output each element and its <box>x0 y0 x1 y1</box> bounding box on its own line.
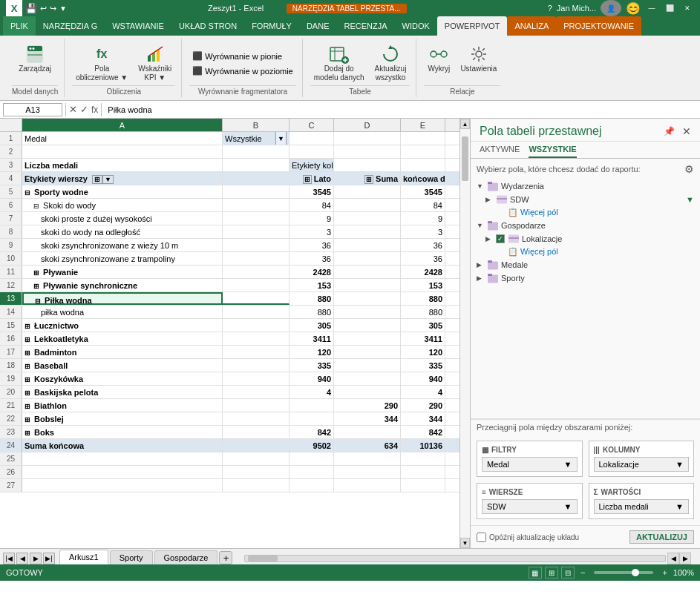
cell-B26[interactable] <box>223 466 290 478</box>
cell-E1[interactable] <box>401 132 445 145</box>
cell-E18[interactable]: 335 <box>401 359 445 372</box>
col-header-B[interactable]: B <box>223 119 290 131</box>
cell-C18[interactable]: 335 <box>290 359 334 372</box>
cell-B11[interactable] <box>223 266 290 278</box>
cell-C23[interactable]: 842 <box>290 426 334 438</box>
cell-B24[interactable] <box>223 439 290 452</box>
cell-D19[interactable] <box>334 372 401 385</box>
tab-wstawianie[interactable]: WSTAWIANIE <box>105 16 171 36</box>
tree-item-medale[interactable]: ▶ Medale <box>471 258 700 271</box>
drop-zone-wiersze-field[interactable]: SDW ▼ <box>482 499 578 514</box>
filtry-dropdown-arrow[interactable]: ▼ <box>564 460 572 469</box>
sheet-tab-gospodarze[interactable]: Gospodarze <box>154 550 218 564</box>
cell-C4[interactable]: ⊞ Lato <box>290 172 334 185</box>
cell-C7[interactable]: 9 <box>290 212 334 225</box>
col-header-D[interactable]: D <box>334 119 401 131</box>
cell-C13[interactable]: 880 <box>290 292 334 305</box>
col-header-C[interactable]: C <box>290 119 334 131</box>
btn-aktualizuj-wszystko[interactable]: Aktualizujwszystko <box>371 42 410 85</box>
btn-wyrownanie-pionie[interactable]: ⬛ Wyrównanie w pionie <box>189 50 285 62</box>
cell-D11[interactable] <box>334 266 401 278</box>
cell-B1[interactable]: Wszystkie ▼ <box>223 132 290 145</box>
cell-D7[interactable] <box>334 212 401 225</box>
cell-A17[interactable]: ⊞ Badminton <box>22 346 223 358</box>
col-header-A[interactable]: A <box>22 119 223 131</box>
tab-powerpivot[interactable]: POWERPIVOT <box>437 16 508 36</box>
cell-E11[interactable]: 2428 <box>401 266 445 278</box>
cell-B27[interactable] <box>223 479 290 492</box>
scroll-left-btn[interactable]: ◀ <box>667 553 679 564</box>
cell-C6[interactable]: 84 <box>290 199 334 211</box>
cell-E4[interactable]: końcowa dla <box>401 172 445 185</box>
cell-E17[interactable]: 120 <box>401 346 445 358</box>
scroll-thumb[interactable] <box>462 136 468 181</box>
panel-tab-wszystkie[interactable]: WSZYSTKIE <box>529 142 576 158</box>
btn-ustawienia[interactable]: Ustawienia <box>457 42 500 76</box>
cell-E27[interactable] <box>401 479 445 492</box>
cell-reference-input[interactable] <box>3 103 62 116</box>
cell-B5[interactable] <box>223 185 290 198</box>
cell-D6[interactable] <box>334 199 401 211</box>
cell-D2[interactable] <box>334 145 401 158</box>
formula-input[interactable]: Piłka wodna <box>105 104 697 116</box>
cell-C12[interactable]: 153 <box>290 279 334 291</box>
sheet-nav-first[interactable]: |◀ <box>3 553 15 564</box>
cell-B22[interactable] <box>223 412 290 425</box>
cell-B21[interactable] <box>223 399 290 412</box>
normal-view-btn[interactable]: ▦ <box>529 567 542 579</box>
cell-D18[interactable] <box>334 359 401 372</box>
cell-B9[interactable] <box>223 239 290 251</box>
cell-D21[interactable]: 290 <box>334 399 401 412</box>
cell-A18[interactable]: ⊞ Baseball <box>22 359 223 372</box>
cell-E15[interactable]: 305 <box>401 319 445 332</box>
cell-E13[interactable]: 880 <box>401 292 445 305</box>
cell-A27[interactable] <box>22 479 223 492</box>
btn-wskazniki-kpi[interactable]: WskaźnikiKPI ▼ <box>134 42 175 85</box>
cell-C10[interactable]: 36 <box>290 252 334 265</box>
sheet-nav-next[interactable]: ▶ <box>30 553 42 564</box>
cell-C22[interactable] <box>290 412 334 425</box>
quick-access-redo[interactable]: ↪ <box>50 4 56 13</box>
cell-B15[interactable] <box>223 319 290 332</box>
cell-E25[interactable] <box>401 452 445 465</box>
cell-A11[interactable]: ⊞ Pływanie <box>22 266 223 278</box>
col-header-E[interactable]: E <box>401 119 445 131</box>
cell-B2[interactable] <box>223 145 290 158</box>
help-btn[interactable]: ? <box>548 4 552 13</box>
cell-D16[interactable] <box>334 332 401 345</box>
sheet-nav-prev[interactable]: ◀ <box>16 553 28 564</box>
cell-A7[interactable]: skoki proste z dużej wysokości <box>22 212 223 225</box>
scroll-down-btn[interactable]: ▼ <box>460 538 470 548</box>
cell-A6[interactable]: ⊟ Skoki do wody <box>22 199 223 211</box>
tree-item-sdw[interactable]: ▶ SDW ▼ <box>471 193 700 206</box>
drop-zone-kolumny-field[interactable]: Lokalizacje ▼ <box>594 457 690 472</box>
zoom-plus-btn[interactable]: + <box>662 568 667 577</box>
restore-btn[interactable]: ⬜ <box>663 3 676 13</box>
btn-wykryj[interactable]: Wykryj <box>424 42 454 76</box>
cell-D23[interactable] <box>334 426 401 438</box>
scroll-track[interactable] <box>460 129 470 538</box>
cell-A20[interactable]: ⊞ Baskijska pelota <box>22 386 223 398</box>
cell-A3[interactable]: Liczba medali <box>22 159 223 171</box>
cell-A15[interactable]: ⊞ Łucznictwo <box>22 319 223 332</box>
cell-A19[interactable]: ⊞ Koszykówka <box>22 372 223 385</box>
cell-B20[interactable] <box>223 386 290 398</box>
cell-A14[interactable]: piłka wodna <box>22 306 223 318</box>
cell-D4[interactable]: ⊞ Suma <box>334 172 401 185</box>
cell-C17[interactable]: 120 <box>290 346 334 358</box>
close-btn[interactable]: ✕ <box>681 3 694 13</box>
tab-recenzja[interactable]: RECENZJA <box>336 16 394 36</box>
cell-A24[interactable]: Suma końcowa <box>22 439 223 452</box>
cell-C20[interactable]: 4 <box>290 386 334 398</box>
cell-E20[interactable]: 4 <box>401 386 445 398</box>
cell-D26[interactable] <box>334 466 401 478</box>
cell-D5[interactable] <box>334 185 401 198</box>
h-scrollbar-thumb[interactable] <box>248 556 278 561</box>
tab-projektowanie[interactable]: PROJEKTOWANIE <box>556 16 641 36</box>
cell-B10[interactable] <box>223 252 290 265</box>
cell-B19[interactable] <box>223 372 290 385</box>
btn-wyrownanie-poziomie[interactable]: ⬛ Wyrównanie w poziomie <box>189 65 296 77</box>
btn-zarzadzaj[interactable]: Zarządzaj <box>15 42 55 76</box>
sheet-tab-sporty[interactable]: Sporty <box>110 550 153 564</box>
quick-access-save[interactable]: 💾 <box>25 3 37 14</box>
